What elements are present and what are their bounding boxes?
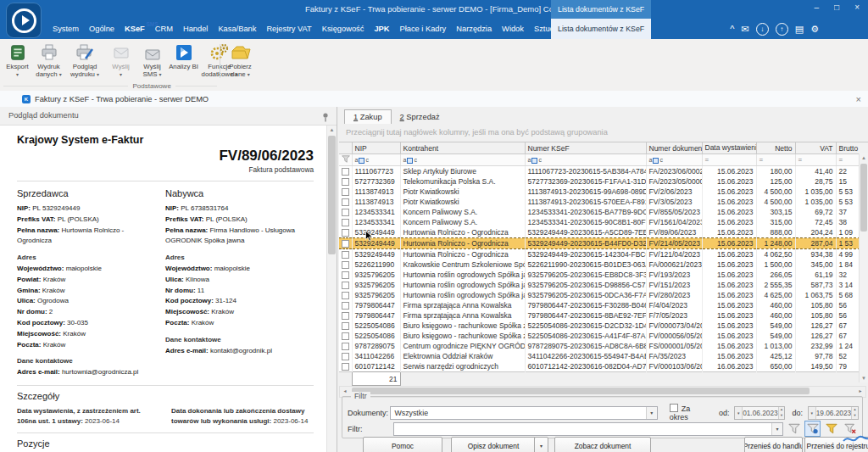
inner-close-icon[interactable]: × bbox=[856, 94, 861, 104]
row-checkbox[interactable] bbox=[342, 363, 349, 371]
bi-analyses-button[interactable]: Analizy BI bbox=[168, 41, 199, 72]
date-spinner[interactable]: ▲▼ bbox=[851, 407, 858, 419]
menu-item-p-ace-i-kadry[interactable]: Płace i Kadry bbox=[394, 19, 451, 39]
table-row[interactable]: 3411042266Elektrownia Oddział Kraków3411… bbox=[339, 351, 868, 361]
menu-item-ksef[interactable]: KSeF bbox=[120, 19, 150, 39]
describe-document-button[interactable]: Opisz dokument bbox=[451, 437, 536, 452]
export-button[interactable]: Eksport▾ bbox=[2, 41, 33, 80]
menu-item-widok[interactable]: Widok bbox=[497, 19, 529, 39]
filter-cell[interactable]: = bbox=[756, 154, 795, 166]
print-data-button[interactable]: Wydruk danych ▾ bbox=[33, 41, 64, 80]
filter-active-button[interactable] bbox=[804, 421, 821, 437]
download-circle-icon[interactable]: ↓ bbox=[756, 23, 769, 36]
filter-cell[interactable]: ac bbox=[400, 154, 525, 166]
maximize-button[interactable]: □ bbox=[834, 3, 839, 12]
titlebar-tab[interactable]: Lista dokumentów z KSeF bbox=[551, 0, 651, 19]
filter-cell[interactable]: ac bbox=[525, 154, 646, 166]
row-checkbox[interactable] bbox=[342, 168, 349, 176]
upload-circle-icon[interactable]: ↑ bbox=[776, 23, 788, 36]
row-checkbox[interactable] bbox=[342, 322, 349, 330]
menu-item-rejestry-vat[interactable]: Rejestry VAT bbox=[261, 19, 316, 39]
scroll-right-icon[interactable]: ▸ bbox=[855, 387, 865, 395]
documents-select[interactable]: Wszystkie ▾ bbox=[390, 406, 657, 420]
table-row[interactable]: 5225054086Biuro księgowo - rachunkowe Sp… bbox=[339, 331, 868, 341]
tab-lista-dokumentow-z-ksef[interactable]: Lista dokumentów z KSeF bbox=[551, 19, 651, 39]
table-row[interactable]: 1234533341Koncern Paliwowy S.A.123453334… bbox=[339, 217, 868, 227]
date-to-field[interactable]: ▾ 19.06.2023 ▲▼ bbox=[808, 406, 859, 420]
table-row[interactable]: 1234533341Koncern Paliwowy S.A.123453334… bbox=[339, 207, 868, 217]
za-okres-checkbox[interactable]: Za okres bbox=[670, 404, 707, 421]
mail-icon[interactable]: ✉ bbox=[742, 20, 749, 37]
tab-sprzeda[interactable]: 2 Sprzedaż bbox=[392, 110, 448, 124]
table-row[interactable]: 5225054086Biuro księgowo - rachunkowe Sp… bbox=[339, 321, 868, 331]
table-row[interactable]: 6010712142Serwis narzędzi ogrodniczych60… bbox=[339, 361, 868, 372]
column-header-nip[interactable]: NIP bbox=[352, 142, 400, 154]
calendar-icon[interactable]: ▾ bbox=[735, 407, 743, 419]
filter-cell[interactable]: = bbox=[702, 154, 756, 166]
table-row[interactable]: 9787289075Centrum ogrodnicze PIĘKNY OGRÓ… bbox=[339, 341, 868, 351]
table-row[interactable]: 5727732369Telekomunikacja Polska S.A.572… bbox=[339, 176, 868, 187]
column-header-brutto[interactable]: Brutto bbox=[836, 142, 868, 154]
chevron-down-icon[interactable]: ▾ bbox=[771, 423, 782, 435]
column-header-numer-ksef[interactable]: Numer KSeF bbox=[525, 142, 646, 154]
table-row[interactable]: 7979806447Firma sprzątająca Anna Kowalsk… bbox=[339, 300, 868, 310]
table-row[interactable]: 9325796205Hurtownia roślin ogrodowych Sp… bbox=[339, 280, 868, 290]
row-checkbox[interactable] bbox=[342, 353, 349, 360]
collapse-ribbon-icon[interactable]: ^ bbox=[730, 20, 734, 37]
row-checkbox[interactable] bbox=[342, 261, 349, 269]
scroll-up-icon[interactable]: ▲ bbox=[860, 153, 868, 162]
help-button[interactable]: Pomoc bbox=[363, 437, 442, 452]
menu-item-handel[interactable]: Handel bbox=[178, 19, 213, 39]
calendar-icon[interactable]: ▾ bbox=[809, 407, 816, 419]
row-checkbox[interactable] bbox=[342, 198, 349, 206]
filter-cell[interactable] bbox=[339, 154, 352, 166]
view-document-button[interactable]: Zobacz dokument bbox=[554, 437, 651, 452]
row-checkbox[interactable] bbox=[342, 209, 349, 216]
scroll-down-icon[interactable]: ▼ bbox=[860, 374, 868, 382]
fetch-data-button[interactable]: Pobierz dane ▾ bbox=[225, 41, 256, 80]
row-checkbox[interactable] bbox=[342, 188, 349, 196]
print-preview-button[interactable]: Podgląd wydruku ▾ bbox=[64, 41, 105, 80]
row-checkbox[interactable] bbox=[342, 240, 349, 248]
table-row[interactable]: 9325796205Hurtownia roślin ogrodowych Sp… bbox=[339, 290, 868, 300]
settings-icon[interactable]: ⚙ bbox=[810, 20, 819, 37]
describe-document-dropdown[interactable]: ▾ bbox=[534, 437, 548, 452]
menu-item-system[interactable]: System bbox=[47, 19, 84, 39]
table-row[interactable]: 5329249449Hurtownia Rolniczo - Ogrodnicz… bbox=[339, 227, 868, 238]
table-row[interactable]: 5329249449Hurtownia Rolniczo - Ogrodnicz… bbox=[339, 249, 868, 260]
column-header-item[interactable] bbox=[339, 142, 352, 154]
chevron-down-icon[interactable]: ▾ bbox=[646, 407, 657, 419]
filter-funnel-button[interactable] bbox=[786, 421, 802, 437]
date-spinner[interactable]: ▲▼ bbox=[778, 407, 785, 419]
row-checkbox[interactable] bbox=[342, 302, 349, 310]
minimize-button[interactable]: – bbox=[815, 3, 820, 12]
menu-item-narz-dzia[interactable]: Narzędzia bbox=[451, 19, 497, 39]
table-row[interactable]: 1113874913Piotr Kwiatkowski1113874913-20… bbox=[339, 197, 868, 207]
close-button[interactable]: × bbox=[854, 3, 860, 12]
date-from-field[interactable]: ▾ 01.06.2023 ▲▼ bbox=[734, 406, 785, 420]
table-row[interactable]: 9325796205Hurtownia roślin ogrodowych Sp… bbox=[339, 270, 868, 280]
menu-item-og-lne[interactable]: Ogólne bbox=[84, 19, 120, 39]
row-checkbox[interactable] bbox=[342, 219, 349, 226]
menu-item-jpk[interactable]: JPK bbox=[369, 19, 394, 39]
move-to-trade-button[interactable]: Przenieś do handlu bbox=[744, 437, 803, 452]
column-header-kontrahent[interactable]: Kontrahent bbox=[400, 142, 525, 154]
row-checkbox[interactable] bbox=[342, 343, 349, 350]
table-row[interactable]: 1111067723Sklep Artykuły Biurowe11110677… bbox=[339, 166, 868, 177]
row-checkbox[interactable] bbox=[342, 271, 349, 279]
printer-icon[interactable]: ▤ bbox=[795, 20, 804, 37]
filter-edit-button[interactable] bbox=[823, 421, 839, 437]
column-header-numer-dokumentu[interactable]: Numer dokumentu bbox=[646, 142, 702, 154]
send-button[interactable]: Wyślij▾ bbox=[105, 41, 136, 80]
column-header-netto[interactable]: Netto bbox=[756, 142, 795, 154]
filter-cell[interactable]: = bbox=[795, 154, 836, 166]
scroll-left-icon[interactable]: ◂ bbox=[340, 387, 350, 395]
menu-item-kasa-bank[interactable]: Kasa/Bank bbox=[213, 19, 261, 39]
column-header-vat[interactable]: VAT bbox=[795, 142, 836, 154]
table-row[interactable]: 5329249449Hurtownia Rolniczo - Ogrodnicz… bbox=[339, 238, 868, 249]
send-sms-button[interactable]: SMS Wyślij SMS ▾ bbox=[136, 41, 168, 80]
table-row[interactable]: 1113874913Piotr Kwiatkowski1113874913-20… bbox=[339, 187, 868, 197]
filter-input[interactable]: ▾ bbox=[393, 422, 783, 436]
scroll-up-icon[interactable]: ▲ bbox=[327, 126, 337, 134]
row-checkbox[interactable] bbox=[342, 292, 349, 299]
